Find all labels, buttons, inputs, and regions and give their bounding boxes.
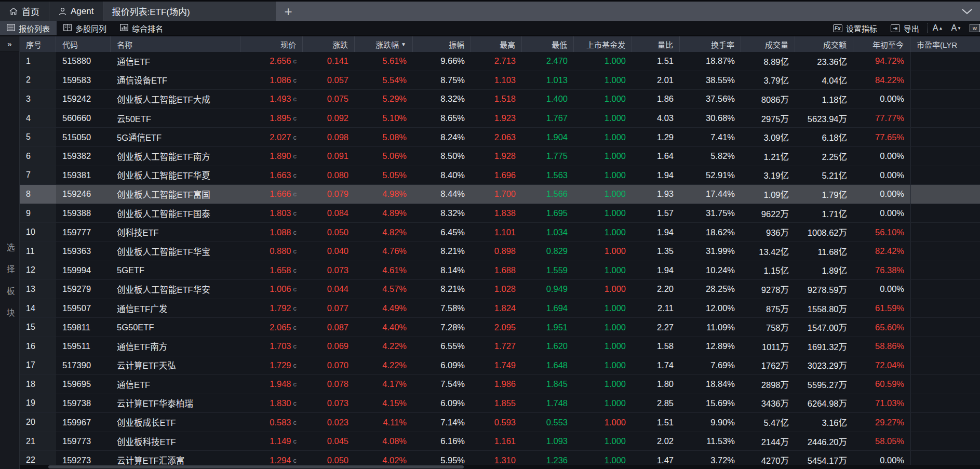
cell-turnover-rate: 18.87% [680,52,741,71]
table-row[interactable]: 21159773创业板科技ETF1.149c0.0454.08%6.16%1.1… [20,432,980,451]
table-row[interactable]: 1515880通信ETF2.656c0.1415.61%9.66%2.7132.… [20,52,980,71]
toolbar-multi-stock[interactable]: 多股同列 [57,21,113,35]
cell-seq: 3 [20,90,56,109]
table-row[interactable]: 8159246创业板人工智能ETF富国1.666c0.0794.98%8.44%… [20,185,980,204]
cell-ytd: 29.27% [853,413,910,432]
cell-high: 0.593 [471,413,522,432]
cell-volume-ratio: 2.02 [632,432,680,451]
column-header-seq[interactable]: 序号 [20,36,56,52]
toolbar-quote-list[interactable]: 报价列表 [0,21,57,35]
column-header-amplitude[interactable]: 振幅 [413,36,471,52]
set-indicator-label: 设置指标 [846,23,877,34]
column-header-amount[interactable]: 成交额 [795,36,853,52]
column-header-ytd[interactable]: 年初至今 [853,36,910,52]
cell-issue-price: 1.000 [574,223,632,242]
column-header-issue[interactable]: 上市基金发 [574,36,632,52]
w-tool-icon[interactable]: w [970,24,980,32]
toolbar-composite-rank[interactable]: 综合排名 [113,21,170,35]
cell-amount: 2446.20万 [795,432,853,451]
cell-seq: 21 [20,432,56,451]
table-row[interactable]: 121599945GETF1.658c0.0734.61%8.14%1.6881… [20,261,980,280]
cell-volume: 875万 [741,299,795,318]
cell-code: 159583 [56,71,111,90]
cell-seq: 15 [20,318,56,337]
cell-turnover-rate: 9.90% [680,413,741,432]
table-row[interactable]: 55150505G通信ETF2.027c0.0985.08%8.24%2.063… [20,128,980,147]
cell-amount: 6264.98万 [795,394,853,413]
column-header-pct[interactable]: 涨跌幅▼ [355,36,413,52]
cell-pe [910,71,980,90]
column-header-volume[interactable]: 成交量 [741,36,795,52]
cell-amount: 11.68亿 [795,242,853,261]
column-header-turnover[interactable]: 换手率 [680,36,741,52]
table-row[interactable]: 18159695通信ETF1.948c0.0784.17%7.54%1.9861… [20,375,980,394]
cell-issue-price: 1.000 [574,318,632,337]
font-increase-button[interactable]: A▲ [929,21,947,35]
cell-low: 1.566 [522,185,574,204]
cell-change: 0.069 [303,337,355,356]
cell-price: 1.729c [240,356,303,375]
cell-turnover-rate: 11.53% [680,432,741,451]
table-row[interactable]: 14159507通信ETF广发1.792c0.0774.49%7.58%1.82… [20,299,980,318]
table-row[interactable]: 20159967创业板成长ETF0.583c0.0234.11%7.14%0.5… [20,413,980,432]
tab-strip-empty-area: + [276,2,980,21]
table-row[interactable]: 2159583通信设备ETF1.086c0.0575.54%8.75%1.103… [20,71,980,90]
column-header-price[interactable]: 现价 [240,36,303,52]
cell-low: 1.775 [522,147,574,166]
cell-low: 0.949 [522,280,574,299]
column-header-ratio[interactable]: 量比 [632,36,680,52]
table-row[interactable]: 3159242创业板人工智能ETF大成1.493c0.0755.29%8.32%… [20,90,980,109]
cell-volume: 758万 [741,318,795,337]
table-row[interactable]: 11159363创业板人工智能ETF华宝0.880c0.0404.76%8.21… [20,242,980,261]
cell-ytd: 0.00% [853,147,910,166]
column-header-pe[interactable]: 市盈率(LYR [910,36,980,52]
tab-home[interactable]: 首页 [0,2,49,21]
column-header-high[interactable]: 最高 [471,36,522,52]
cell-seq: 9 [20,204,56,223]
cell-high: 1.688 [471,261,522,280]
cell-pct: 4.61% [355,261,413,280]
cell-pct: 4.89% [355,204,413,223]
table-row[interactable]: 4560660云50ETF1.895c0.0925.10%8.65%1.9231… [20,109,980,128]
table-row[interactable]: 16159511通信ETF南方1.703c0.0694.22%6.55%1.72… [20,337,980,356]
expand-panel-button[interactable]: » [0,36,19,52]
cell-volume: 9278万 [741,280,795,299]
cell-turnover-rate: 30.68% [680,109,741,128]
cell-price: 2.065c [240,318,303,337]
table-row[interactable]: 9159388创业板人工智能ETF国泰1.803c0.0844.89%8.32%… [20,204,980,223]
table-row[interactable]: 10159777创科技ETF1.088c0.0504.82%6.45%1.101… [20,223,980,242]
horizontal-scrollbar-thumb[interactable] [48,465,464,468]
select-sector-vertical-tab[interactable]: 选择板块 [4,243,16,330]
table-row[interactable]: 17517390云计算ETF天弘1.729c0.0704.22%6.09%1.7… [20,356,980,376]
table-row[interactable]: 6159382创业板人工智能ETF南方1.890c0.0915.06%8.50%… [20,147,980,166]
table-row[interactable]: 151598115G50ETF2.065c0.0874.40%7.28%2.09… [20,318,980,337]
tab-agent[interactable]: Agent [49,2,103,21]
table-row[interactable]: 13159279创业板人工智能ETF华安1.006c0.0444.57%8.21… [20,280,980,299]
cell-code: 159507 [56,299,111,318]
table-row[interactable]: 19159738云计算ETF华泰柏瑞1.830c0.0734.15%6.09%1… [20,394,980,413]
horizontal-scrollbar[interactable] [20,465,980,469]
collapse-chevron-down-icon[interactable] [961,8,973,15]
new-tab-button[interactable]: + [284,5,292,18]
cell-volume: 5.47亿 [741,413,795,432]
cell-high: 1.923 [471,109,522,128]
cell-price: 0.583c [240,413,303,432]
cell-ytd: 77.77% [853,109,910,128]
export-button[interactable]: ⇥ 导出 [884,21,926,35]
set-indicator-button[interactable]: Fx 设置指标 [826,21,884,35]
cell-seq: 12 [20,261,56,280]
column-header-name[interactable]: 名称 [111,36,240,52]
font-decrease-button[interactable]: A▼ [947,21,965,35]
cell-price: 1.890c [240,147,303,166]
fx-icon: Fx [833,24,842,32]
tab-quote-list-etf[interactable]: 报价列表:ETF(场内) [103,2,276,21]
column-header-low[interactable]: 最低 [522,36,574,52]
cell-amount: 3023.29万 [795,356,853,375]
cell-issue-price: 1.000 [574,432,632,451]
cell-turnover-rate: 31.99% [680,242,741,261]
column-header-code[interactable]: 代码 [56,36,111,52]
cell-volume: 1.09亿 [741,185,795,204]
column-header-change[interactable]: 涨跌 [303,36,355,52]
cell-volume-ratio: 1.94 [632,223,680,242]
table-row[interactable]: 7159381创业板人工智能ETF华夏1.663c0.0805.05%8.40%… [20,166,980,185]
